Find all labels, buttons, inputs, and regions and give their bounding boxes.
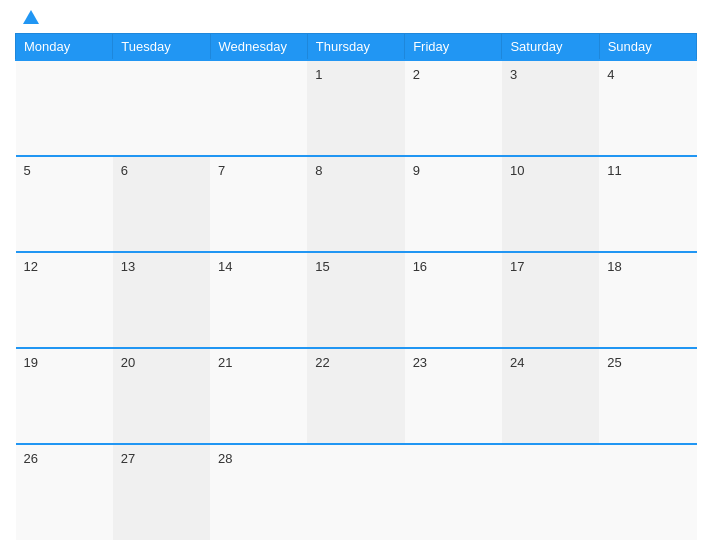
calendar-day-cell: 12 xyxy=(16,252,113,348)
calendar-day-cell: 22 xyxy=(307,348,404,444)
calendar-day-cell: 10 xyxy=(502,156,599,252)
day-number: 22 xyxy=(315,355,329,370)
calendar-container: MondayTuesdayWednesdayThursdayFridaySatu… xyxy=(0,0,712,550)
calendar-day-cell: 3 xyxy=(502,60,599,156)
weekday-header-friday: Friday xyxy=(405,34,502,61)
calendar-day-cell: 6 xyxy=(113,156,210,252)
calendar-day-cell xyxy=(307,444,404,540)
calendar-day-cell: 4 xyxy=(599,60,696,156)
day-number: 26 xyxy=(24,451,38,466)
calendar-day-cell: 17 xyxy=(502,252,599,348)
calendar-day-cell: 20 xyxy=(113,348,210,444)
calendar-day-cell: 11 xyxy=(599,156,696,252)
day-number: 27 xyxy=(121,451,135,466)
calendar-day-cell: 19 xyxy=(16,348,113,444)
day-number: 1 xyxy=(315,67,322,82)
day-number: 7 xyxy=(218,163,225,178)
day-number: 24 xyxy=(510,355,524,370)
calendar-day-cell: 26 xyxy=(16,444,113,540)
weekday-header-wednesday: Wednesday xyxy=(210,34,307,61)
day-number: 18 xyxy=(607,259,621,274)
calendar-day-cell xyxy=(502,444,599,540)
weekday-header-thursday: Thursday xyxy=(307,34,404,61)
calendar-day-cell: 9 xyxy=(405,156,502,252)
day-number: 28 xyxy=(218,451,232,466)
day-number: 12 xyxy=(24,259,38,274)
calendar-day-cell: 15 xyxy=(307,252,404,348)
day-number: 10 xyxy=(510,163,524,178)
day-number: 13 xyxy=(121,259,135,274)
day-number: 14 xyxy=(218,259,232,274)
calendar-day-cell: 28 xyxy=(210,444,307,540)
day-number: 21 xyxy=(218,355,232,370)
calendar-day-cell: 5 xyxy=(16,156,113,252)
day-number: 20 xyxy=(121,355,135,370)
day-number: 4 xyxy=(607,67,614,82)
calendar-header xyxy=(15,10,697,25)
calendar-day-cell: 16 xyxy=(405,252,502,348)
calendar-week-row: 1234 xyxy=(16,60,697,156)
day-number: 6 xyxy=(121,163,128,178)
calendar-week-row: 12131415161718 xyxy=(16,252,697,348)
calendar-day-cell: 25 xyxy=(599,348,696,444)
calendar-day-cell: 8 xyxy=(307,156,404,252)
calendar-day-cell: 24 xyxy=(502,348,599,444)
calendar-day-cell xyxy=(210,60,307,156)
day-number: 16 xyxy=(413,259,427,274)
day-number: 9 xyxy=(413,163,420,178)
weekday-header-tuesday: Tuesday xyxy=(113,34,210,61)
day-number: 5 xyxy=(24,163,31,178)
calendar-day-cell: 13 xyxy=(113,252,210,348)
calendar-week-row: 262728 xyxy=(16,444,697,540)
weekday-header-sunday: Sunday xyxy=(599,34,696,61)
calendar-week-row: 567891011 xyxy=(16,156,697,252)
weekday-header-saturday: Saturday xyxy=(502,34,599,61)
day-number: 23 xyxy=(413,355,427,370)
calendar-day-cell xyxy=(113,60,210,156)
day-number: 15 xyxy=(315,259,329,274)
calendar-day-cell xyxy=(16,60,113,156)
calendar-day-cell: 1 xyxy=(307,60,404,156)
calendar-day-cell: 2 xyxy=(405,60,502,156)
day-number: 8 xyxy=(315,163,322,178)
day-number: 2 xyxy=(413,67,420,82)
weekday-header-row: MondayTuesdayWednesdayThursdayFridaySatu… xyxy=(16,34,697,61)
calendar-week-row: 19202122232425 xyxy=(16,348,697,444)
calendar-day-cell: 14 xyxy=(210,252,307,348)
logo-triangle-icon xyxy=(23,10,39,24)
calendar-day-cell: 7 xyxy=(210,156,307,252)
day-number: 3 xyxy=(510,67,517,82)
calendar-day-cell xyxy=(599,444,696,540)
day-number: 25 xyxy=(607,355,621,370)
weekday-header-monday: Monday xyxy=(16,34,113,61)
calendar-day-cell: 18 xyxy=(599,252,696,348)
calendar-day-cell: 27 xyxy=(113,444,210,540)
day-number: 11 xyxy=(607,163,621,178)
day-number: 19 xyxy=(24,355,38,370)
day-number: 17 xyxy=(510,259,524,274)
calendar-day-cell: 21 xyxy=(210,348,307,444)
calendar-day-cell xyxy=(405,444,502,540)
logo xyxy=(20,10,39,25)
calendar-day-cell: 23 xyxy=(405,348,502,444)
calendar-table: MondayTuesdayWednesdayThursdayFridaySatu… xyxy=(15,33,697,540)
